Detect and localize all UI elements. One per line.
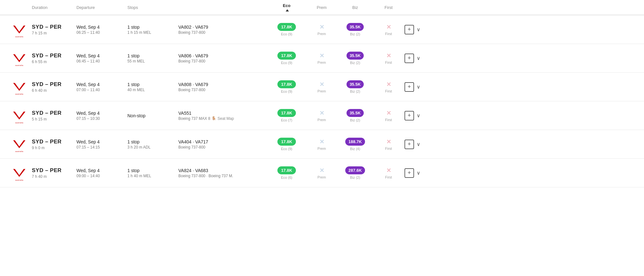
prem-col: ✕ Prem: [306, 24, 338, 36]
add-button[interactable]: +: [404, 82, 414, 92]
unavailable-icon: ✕: [319, 167, 324, 174]
expand-button[interactable]: ∨: [417, 113, 420, 119]
biz-col[interactable]: 35.5K Biz (2): [338, 109, 373, 122]
row-actions: + ∨: [404, 25, 430, 34]
eco-seats: Eco (6): [281, 176, 292, 179]
first-col: ✕ First: [373, 24, 404, 36]
add-button[interactable]: +: [404, 168, 414, 178]
aircraft-info: Boeing 737 MAX 8 🪑Seat Map: [178, 116, 268, 121]
flight-info: VA808 · VA679 Boeing 737-800: [178, 82, 268, 92]
stops-info: 1 stop 3 h 20 m ADL: [127, 139, 178, 149]
biz-price-badge: 35.5K: [347, 52, 364, 60]
first-label: First: [385, 147, 392, 150]
stops-info: 1 stop 55 m MEL: [127, 53, 178, 63]
airline-logo: australia: [6, 164, 32, 182]
eco-price-col[interactable]: 17.8K Eco (9): [268, 52, 306, 65]
add-button[interactable]: +: [404, 25, 414, 34]
row-actions: + ∨: [404, 168, 430, 178]
biz-col[interactable]: 35.5K Biz (2): [338, 80, 373, 93]
expand-button[interactable]: ∨: [417, 55, 420, 61]
flights-body: australia SYD – PER 7 h 15 m Wed, Sep 4 …: [0, 15, 644, 187]
table-row: australia SYD – PER 9 h 0 m Wed, Sep 4 0…: [0, 130, 644, 159]
departure-info: Wed, Sep 4 06:25 – 11:40: [76, 25, 127, 35]
biz-price-badge: 287.6K: [345, 166, 365, 174]
airline-logo: australia: [6, 135, 32, 153]
eco-price-col[interactable]: 17.8K Eco (6): [268, 166, 306, 179]
header-eco[interactable]: Eco: [268, 3, 306, 11]
flight-info: VA404 · VA717 Boeing 737-800: [178, 139, 268, 149]
biz-col[interactable]: 287.6K Biz (2): [338, 166, 373, 179]
add-button[interactable]: +: [404, 140, 414, 149]
airline-logo: australia: [6, 49, 32, 67]
svg-text:australia: australia: [15, 64, 23, 66]
departure-info: Wed, Sep 4 07:00 – 11:40: [76, 82, 127, 92]
route-info: SYD – PER 7 h 15 m: [32, 24, 76, 35]
expand-button[interactable]: ∨: [417, 141, 420, 147]
first-col: ✕ First: [373, 138, 404, 150]
aircraft-info: Boeing 737-800 · Boeing 737 M.: [178, 174, 268, 178]
biz-price-badge: 35.5K: [347, 109, 364, 117]
stops-info: 1 stop 1 h 40 m MEL: [127, 168, 178, 178]
route-code: SYD – PER: [32, 110, 76, 116]
departure-time: 09:00 – 14:40: [76, 174, 127, 178]
aircraft-info: Boeing 737-800: [178, 59, 268, 63]
stops-detail: 1 h 40 m MEL: [127, 174, 178, 178]
seat-map-link[interactable]: Seat Map: [218, 116, 234, 121]
biz-col[interactable]: 35.5K Biz (2): [338, 23, 373, 36]
eco-seats: Eco (9): [281, 32, 292, 36]
eco-price-badge: 17.8K: [277, 166, 296, 174]
biz-col[interactable]: 188.7K Biz (4): [338, 138, 373, 151]
add-button[interactable]: +: [404, 111, 414, 120]
stops-count: 1 stop: [127, 25, 178, 30]
sort-arrow-icon: [286, 9, 289, 11]
biz-seats: Biz (2): [350, 32, 360, 36]
eco-seats: Eco (9): [281, 90, 292, 93]
route-info: SYD – PER 9 h 0 m: [32, 139, 76, 150]
prem-col: ✕ Prem: [306, 110, 338, 122]
route-info: SYD – PER 6 h 55 m: [32, 53, 76, 64]
aircraft-info: Boeing 737-800: [178, 145, 268, 149]
departure-time: 07:15 – 14:15: [76, 145, 127, 149]
route-info: SYD – PER 6 h 40 m: [32, 81, 76, 93]
header-biz: Biz: [338, 5, 373, 10]
unavailable-icon: ✕: [319, 24, 324, 31]
prem-label: Prem: [318, 32, 326, 36]
route-code: SYD – PER: [32, 81, 76, 88]
eco-price-col[interactable]: 17.8K Eco (9): [268, 80, 306, 93]
add-button[interactable]: +: [404, 54, 414, 63]
flights-table: Duration Departure Stops Eco Prem Biz Fi…: [0, 0, 644, 187]
unavailable-icon: ✕: [386, 81, 391, 88]
row-actions: + ∨: [404, 54, 430, 63]
expand-button[interactable]: ∨: [417, 26, 420, 33]
departure-date: Wed, Sep 4: [76, 168, 127, 173]
expand-button[interactable]: ∨: [417, 170, 420, 176]
airline-logo: australia: [6, 78, 32, 96]
biz-price-badge: 35.5K: [347, 80, 364, 88]
stops-count: 1 stop: [127, 168, 178, 173]
airline-logo: australia: [6, 107, 32, 124]
departure-time: 07:15 – 10:30: [76, 116, 127, 121]
flight-codes: VA404 · VA717: [178, 139, 268, 144]
header-departure: Departure: [76, 5, 127, 10]
flight-info: VA551 Boeing 737 MAX 8 🪑Seat Map: [178, 111, 268, 121]
eco-price-badge: 17.8K: [277, 138, 296, 146]
eco-price-col[interactable]: 17.8K Eco (7): [268, 109, 306, 122]
departure-info: Wed, Sep 4 09:00 – 14:40: [76, 168, 127, 178]
prem-label: Prem: [318, 89, 326, 93]
eco-seats: Eco (9): [281, 147, 292, 151]
departure-info: Wed, Sep 4 07:15 – 14:15: [76, 139, 127, 149]
header-duration: Duration: [32, 5, 76, 10]
svg-text:australia: australia: [15, 93, 23, 95]
departure-info: Wed, Sep 4 07:15 – 10:30: [76, 111, 127, 121]
aircraft-info: Boeing 737-800: [178, 88, 268, 92]
first-label: First: [385, 32, 392, 36]
expand-button[interactable]: ∨: [417, 84, 420, 90]
biz-col[interactable]: 35.5K Biz (2): [338, 52, 373, 65]
biz-seats: Biz (2): [350, 176, 360, 179]
departure-time: 06:25 – 11:40: [76, 30, 127, 35]
eco-price-col[interactable]: 17.8K Eco (9): [268, 138, 306, 151]
departure-time: 06:45 – 11:40: [76, 59, 127, 63]
flight-codes: VA808 · VA679: [178, 82, 268, 87]
first-col: ✕ First: [373, 110, 404, 122]
eco-price-col[interactable]: 17.8K Eco (9): [268, 23, 306, 36]
